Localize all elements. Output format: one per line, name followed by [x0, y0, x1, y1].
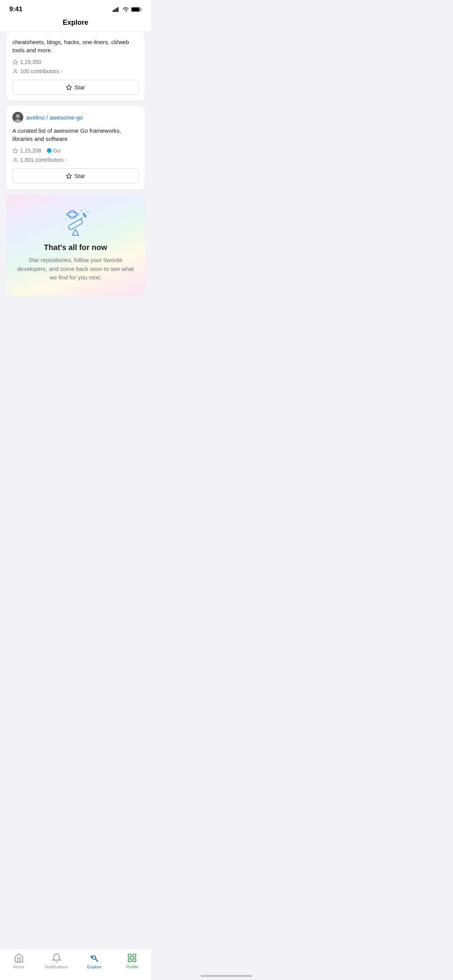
- end-feed-subtitle: Star repositories, follow your favorite …: [14, 256, 137, 282]
- repo-star-count: 1,15,208: [20, 147, 41, 154]
- repo-contributor-count: 1,801 contributors: [20, 157, 63, 163]
- partial-star-count: 1,19,350: [20, 59, 41, 65]
- chevron-icon: ›: [61, 69, 62, 74]
- partial-description-text: cheatsheets, blogs, hacks, one-liners, c…: [12, 38, 139, 54]
- star-button-icon: [66, 84, 72, 91]
- svg-rect-5: [132, 8, 139, 11]
- svg-point-13: [14, 158, 16, 159]
- partial-contributor-count: 100 contributors: [20, 68, 59, 74]
- svg-marker-8: [67, 85, 72, 90]
- svg-point-15: [88, 212, 89, 213]
- star-icon-partial: [12, 59, 18, 65]
- svg-point-26: [65, 219, 67, 220]
- svg-line-23: [76, 229, 79, 235]
- repo-full-name[interactable]: avelino / awesome-go: [26, 114, 83, 121]
- svg-point-20: [66, 212, 79, 216]
- partial-stars: 1,19,350: [12, 59, 41, 65]
- repo-description: A curated list of awesome Go frameworks,…: [12, 127, 139, 143]
- svg-rect-0: [113, 10, 114, 12]
- telescope-icon: [60, 206, 91, 237]
- signal-icon: [113, 7, 120, 12]
- svg-point-17: [85, 209, 86, 210]
- svg-point-28: [63, 227, 64, 228]
- svg-point-10: [16, 114, 20, 118]
- wifi-icon: [122, 7, 129, 12]
- language-name: Go: [53, 147, 61, 154]
- svg-point-16: [81, 210, 82, 211]
- svg-line-22: [72, 229, 76, 235]
- person-icon-partial: [12, 69, 18, 74]
- repo-star-button[interactable]: Star: [12, 168, 139, 183]
- page-title: Explore: [63, 19, 88, 26]
- battery-icon: [131, 7, 142, 12]
- svg-marker-12: [13, 148, 18, 153]
- partial-star-button-label: Star: [74, 84, 85, 91]
- svg-point-19: [69, 211, 76, 218]
- status-time: 9:41: [9, 5, 22, 13]
- repo-card-awesome-go: avelino / awesome-go A curated list of a…: [6, 106, 145, 190]
- repo-star-button-label: Star: [74, 173, 85, 179]
- svg-marker-6: [13, 60, 18, 64]
- repo-meta: 1,15,208 Go: [12, 147, 139, 154]
- svg-rect-2: [116, 8, 117, 12]
- svg-marker-14: [67, 173, 72, 178]
- avatar-image: [12, 112, 23, 123]
- status-icons: [113, 7, 142, 12]
- partial-contributors: 100 contributors ›: [12, 68, 139, 74]
- repo-contributors: 1,801 contributors ›: [12, 157, 139, 163]
- contributors-chevron: ›: [65, 157, 67, 163]
- repo-stars: 1,15,208: [12, 147, 41, 154]
- partial-star-button[interactable]: Star: [12, 80, 139, 95]
- status-bar: 9:41: [0, 0, 151, 15]
- repo-language: Go: [47, 147, 61, 154]
- repo-avatar: [12, 112, 23, 123]
- end-feed-section: That's all for now Star repositories, fo…: [6, 194, 145, 296]
- svg-rect-1: [114, 9, 115, 12]
- telescope-illustration: [60, 206, 91, 237]
- repo-header: avelino / awesome-go: [12, 112, 139, 123]
- scroll-content: cheatsheets, blogs, hacks, one-liners, c…: [0, 32, 151, 339]
- svg-rect-3: [117, 7, 118, 12]
- person-icon-repo: [12, 157, 18, 163]
- svg-point-27: [87, 225, 88, 226]
- star-icon-repo: [12, 148, 18, 154]
- repo-star-button-icon: [66, 173, 72, 179]
- partial-meta: 1,19,350: [12, 59, 139, 65]
- page-header: Explore: [0, 15, 151, 32]
- language-dot: [47, 148, 51, 153]
- end-feed-title: That's all for now: [14, 243, 137, 252]
- svg-point-7: [14, 69, 16, 71]
- partial-repo-card: cheatsheets, blogs, hacks, one-liners, c…: [6, 32, 145, 101]
- svg-rect-21: [68, 219, 84, 230]
